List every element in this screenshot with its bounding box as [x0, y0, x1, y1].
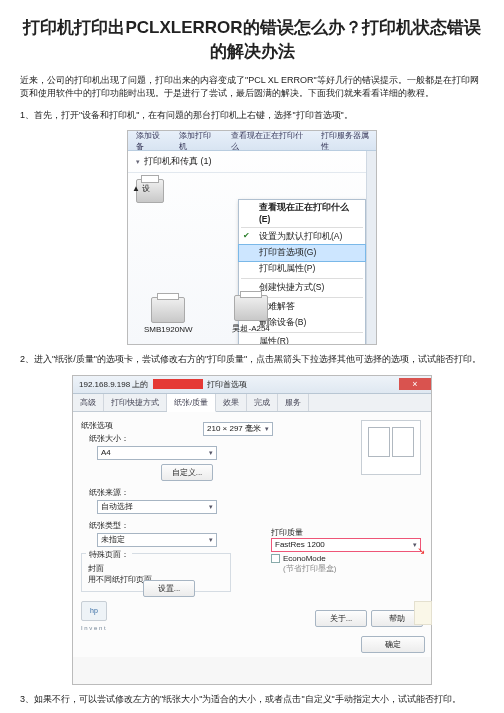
title-suffix: 打印首选项: [207, 380, 247, 389]
chevron-down-icon: ▾: [209, 501, 213, 513]
print-quality-group: 打印质量 FastRes 1200▾ ↘ EconoMode (节省打印墨盒): [271, 527, 421, 574]
chevron-down-icon: ▾: [209, 534, 213, 546]
close-button[interactable]: ×: [399, 378, 431, 390]
toolbar-add-device[interactable]: 添加设备: [136, 130, 167, 152]
hp-logo: hp: [81, 601, 107, 621]
tab-paper-quality[interactable]: 纸张/质量: [167, 394, 216, 412]
toolbar-add-printer[interactable]: 添加打印机: [179, 130, 218, 152]
tab-service[interactable]: 服务: [278, 394, 309, 411]
special-pages-legend: 特殊页面：: [86, 549, 132, 560]
chevron-down-icon: ▾: [265, 423, 269, 435]
toolbar-server-props[interactable]: 打印服务器属性: [321, 130, 376, 152]
ctx-printer-properties[interactable]: 打印机属性(P): [239, 261, 365, 277]
special-line-1: 封面: [88, 563, 224, 574]
chevron-down-icon: ▾: [209, 447, 213, 459]
paper-source-select[interactable]: 自动选择▾: [97, 500, 217, 514]
ctx-properties[interactable]: 属性(R): [239, 334, 365, 345]
printer-icon: [234, 295, 268, 321]
custom-size-button[interactable]: 自定义...: [161, 464, 213, 481]
print-quality-label: 打印质量: [271, 527, 421, 538]
economode-label: EconoMode: [283, 554, 326, 563]
paper-source-label: 纸张来源：: [81, 487, 423, 498]
tab-shortcuts[interactable]: 打印快捷方式: [104, 394, 167, 411]
dimensions-display[interactable]: 210 × 297 毫米▾: [203, 422, 273, 436]
step-3: 3、如果不行，可以尝试修改左方的"纸张大小"为适合的大小，或者点击"自定义"手动…: [20, 693, 484, 707]
economode-sublabel: (节省打印墨盒): [271, 563, 421, 574]
paper-size-select[interactable]: A4▾: [97, 446, 217, 460]
section-header: ▾ 打印机和传真 (1): [128, 151, 376, 173]
check-icon: ✔: [243, 231, 250, 240]
toolbar-view-queue[interactable]: 查看现在正在打印什么: [231, 130, 309, 152]
ctx-printing-preferences[interactable]: 打印首选项(G): [238, 244, 366, 262]
tab-strip: 高级 打印快捷方式 纸张/质量 效果 完成 服务: [73, 394, 431, 412]
left-cut-label: ▲ 设: [132, 183, 150, 194]
paper-dimensions: 210 × 297 毫米▾: [203, 422, 273, 436]
screenshot-printing-preferences: 192.168.9.198 上的 打印首选项 × 高级 打印快捷方式 纸张/质量…: [72, 375, 432, 685]
redacted-block: [153, 379, 203, 389]
ctx-view-queue[interactable]: 查看现在正在打印什么(E): [239, 200, 365, 226]
ok-button[interactable]: 确定: [361, 636, 425, 653]
page-preview: [361, 420, 421, 475]
economode-row[interactable]: EconoMode: [271, 554, 421, 563]
step-1: 1、首先，打开"设备和打印机"，在有问题的那台打印机上右键，选择"打印首选项"。: [20, 109, 484, 123]
printer-icon: [151, 297, 185, 323]
tab-advanced[interactable]: 高级: [73, 394, 104, 411]
hp-logo-sub: I n v e n t: [81, 625, 106, 631]
device-row: SMB1920NW 昊超-A254: [144, 295, 270, 334]
paper-type-select[interactable]: 未指定▾: [97, 533, 217, 547]
ctx-set-default[interactable]: ✔设置为默认打印机(A): [239, 229, 365, 245]
step-2: 2、进入"纸张/质量"的选项卡，尝试修改右方的"打印质量"，点击黑箭头下拉选择其…: [20, 353, 484, 367]
intro-paragraph: 近来，公司的打印机出现了问题，打印出来的内容变成了"PCL XL ERROR"等…: [20, 74, 484, 101]
device-b[interactable]: 昊超-A254: [232, 295, 269, 334]
tab-effects[interactable]: 效果: [216, 394, 247, 411]
economode-checkbox[interactable]: [271, 554, 280, 563]
watermark-block: [414, 601, 432, 625]
section-label: 打印机和传真 (1): [144, 155, 212, 168]
screenshot-devices-and-printers: 添加设备 添加打印机 查看现在正在打印什么 打印服务器属性 ▾ 打印机和传真 (…: [127, 130, 377, 345]
device-a[interactable]: SMB1920NW: [144, 297, 192, 334]
toolbar: 添加设备 添加打印机 查看现在正在打印什么 打印服务器属性: [128, 131, 376, 151]
tab-finish[interactable]: 完成: [247, 394, 278, 411]
special-settings-button[interactable]: 设置...: [143, 580, 195, 597]
print-quality-select[interactable]: FastRes 1200▾: [271, 538, 421, 552]
page-title: 打印机打印出PCLXLERROR的错误怎么办？打印机状态错误的解决办法: [20, 16, 484, 64]
title-prefix: 192.168.9.198 上的: [79, 380, 148, 389]
paper-source-group: 纸张来源： 自动选择▾: [81, 487, 423, 514]
scrollbar[interactable]: [366, 151, 376, 344]
highlight-arrow-icon: ↘: [417, 545, 425, 556]
dialog-titlebar: 192.168.9.198 上的 打印首选项 ×: [73, 376, 431, 394]
chevron-down-icon: ▾: [136, 158, 140, 166]
about-button[interactable]: 关于...: [315, 610, 367, 627]
